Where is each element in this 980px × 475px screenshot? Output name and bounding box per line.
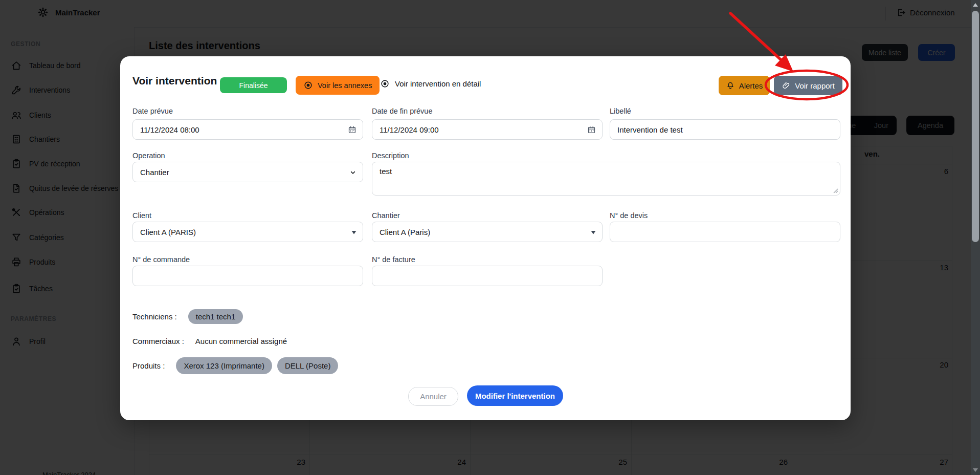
status-badge: Finalisée <box>220 77 287 93</box>
voir-rapport-label: Voir rapport <box>795 81 835 90</box>
date-prevue-input[interactable]: 11/12/2024 08:00 <box>132 119 363 140</box>
libelle-input[interactable]: Intervention de test <box>610 119 840 140</box>
commerciaux-row: Commerciaux : Aucun commercial assigné <box>132 337 287 346</box>
operation-label: Operation <box>132 152 165 160</box>
voir-rapport-button[interactable]: Voir rapport <box>774 76 842 95</box>
client-combobox[interactable]: Client A (PARIS) <box>132 222 363 242</box>
client-value: Client A (PARIS) <box>140 228 196 236</box>
voir-annexes-label: Voir les annexes <box>318 81 372 90</box>
alertes-label: Alertes <box>739 81 763 90</box>
voir-detail-link[interactable]: Voir intervention en détail <box>380 79 481 89</box>
eye-icon <box>303 80 313 90</box>
date-prevue-value: 11/12/2024 08:00 <box>140 125 199 134</box>
resize-handle[interactable] <box>833 188 838 193</box>
bell-icon <box>726 81 735 90</box>
libelle-label: Libellé <box>610 107 631 115</box>
modal-title: Voir intervention <box>132 75 217 87</box>
chevron-down-icon <box>349 168 357 177</box>
produit-chip: DELL (Poste) <box>277 357 338 374</box>
produit-chip: Xerox 123 (Imprimante) <box>176 357 272 374</box>
dropdown-arrow-icon <box>351 230 357 235</box>
devis-input[interactable] <box>610 222 840 242</box>
voir-intervention-modal: Voir intervention Finalisée Voir les ann… <box>120 56 851 420</box>
operation-value: Chantier <box>140 168 169 177</box>
facture-label: N° de facture <box>372 255 415 264</box>
date-fin-label: Date de fin prévue <box>372 107 433 115</box>
voir-detail-label: Voir intervention en détail <box>395 79 481 88</box>
description-label: Description <box>372 152 409 160</box>
operation-select[interactable]: Chantier <box>132 162 363 182</box>
submit-button[interactable]: Modifier l'intervention <box>467 385 563 406</box>
chantier-value: Client A (Paris) <box>380 228 430 236</box>
dropdown-arrow-icon <box>590 230 596 235</box>
devis-label: N° de devis <box>610 211 648 220</box>
client-label: Client <box>132 211 151 220</box>
techniciens-row: Techniciens : tech1 tech1 <box>132 309 243 324</box>
technicien-chip: tech1 tech1 <box>188 309 243 324</box>
commerciaux-empty-text: Aucun commercial assigné <box>195 337 287 346</box>
produits-label: Produits : <box>132 361 165 370</box>
scrollbar[interactable] <box>971 0 980 475</box>
voir-annexes-button[interactable]: Voir les annexes <box>296 76 380 95</box>
paperclip-icon <box>782 81 791 90</box>
produits-row: Produits : Xerox 123 (Imprimante) DELL (… <box>132 357 338 374</box>
alertes-button[interactable]: Alertes <box>719 76 770 95</box>
description-textarea[interactable]: test <box>372 162 840 196</box>
commande-label: N° de commande <box>132 255 190 264</box>
chantier-combobox[interactable]: Client A (Paris) <box>372 222 603 242</box>
libelle-value: Intervention de test <box>617 125 683 134</box>
calendar-icon[interactable] <box>347 125 357 135</box>
scrollbar-thumb[interactable] <box>972 11 979 242</box>
date-fin-input[interactable]: 11/12/2024 09:00 <box>372 119 603 140</box>
scroll-up-arrow-icon[interactable] <box>973 3 978 7</box>
eye-icon <box>380 79 390 89</box>
chantier-label: Chantier <box>372 211 400 220</box>
description-value: test <box>380 167 392 176</box>
cancel-button[interactable]: Annuler <box>408 387 458 406</box>
commande-input[interactable] <box>132 266 363 286</box>
date-prevue-label: Date prévue <box>132 107 173 115</box>
scroll-down-arrow-icon[interactable] <box>973 468 978 472</box>
calendar-icon[interactable] <box>587 125 596 135</box>
techniciens-label: Techniciens : <box>132 312 177 321</box>
date-fin-value: 11/12/2024 09:00 <box>380 125 439 134</box>
facture-input[interactable] <box>372 266 603 286</box>
commerciaux-label: Commerciaux : <box>132 337 184 346</box>
